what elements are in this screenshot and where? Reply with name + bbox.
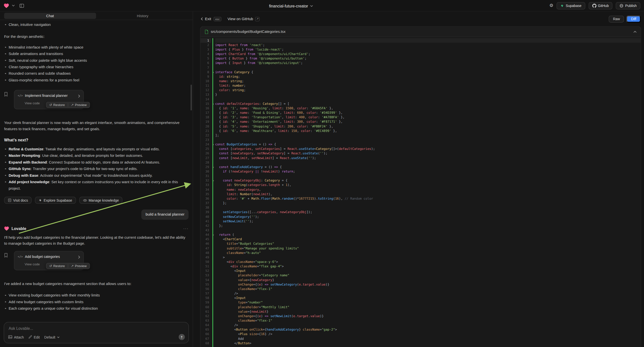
- code-line: ];: [215, 133, 641, 138]
- code-line: { id: '6', name: 'Healthcare', limit: 15…: [215, 128, 641, 133]
- visit-docs-button[interactable]: Visit docs: [4, 197, 32, 204]
- list-item: Rounded corners and subtle shadows: [4, 70, 189, 77]
- line-number: 11: [200, 84, 211, 88]
- line-number: 43: [200, 228, 211, 232]
- code-line: [215, 65, 641, 70]
- gear-icon[interactable]: ⚙: [550, 3, 554, 8]
- line-number: 65: [200, 327, 211, 332]
- line-number: 60: [200, 305, 211, 309]
- code-line: name: newCategory,: [215, 187, 641, 192]
- line-number: 5: [200, 56, 211, 61]
- line-number: 1: [200, 38, 211, 42]
- line-number: 29▾: [200, 165, 211, 169]
- explore-supabase-button[interactable]: Explore Supabase: [35, 197, 76, 204]
- chevron-left-icon: [201, 17, 203, 20]
- line-number: 6: [200, 61, 211, 65]
- bookmark-icon[interactable]: [4, 253, 8, 260]
- code-line: [215, 138, 641, 142]
- user-message: build a financial planner: [142, 210, 188, 220]
- bookmark-icon[interactable]: [4, 92, 8, 98]
- list-item: Minimalist interface with plenty of whit…: [4, 44, 189, 50]
- view-on-github-link[interactable]: View on GitHub ↗: [228, 17, 260, 21]
- mode-selector[interactable]: Default: [44, 335, 60, 339]
- project-switcher[interactable]: financial-future-creator: [269, 0, 313, 12]
- topbar-left: [4, 3, 24, 8]
- code-line: <ChartCard: [215, 237, 641, 242]
- chat-scrollbar[interactable]: [191, 85, 192, 110]
- esc-key-badge: esc: [214, 17, 221, 21]
- tab-history[interactable]: History: [97, 13, 189, 19]
- code-line: <Plus size={16} />: [215, 332, 641, 336]
- line-number: 55: [200, 282, 211, 287]
- restore-label: Restore: [53, 102, 65, 108]
- list-item: Glass-morphic elements for a premium fee…: [4, 77, 189, 84]
- code-line: import React from 'react';: [215, 43, 641, 47]
- assistant-header: Lovable ···: [4, 226, 189, 232]
- edit-card-title: Implement financial planner: [25, 93, 76, 99]
- exit-button[interactable]: Exit: [201, 17, 211, 21]
- file-header[interactable]: src/components/budget/BudgetCategories.t…: [200, 27, 641, 37]
- chat-input-placeholder: Ask Lovable...: [9, 326, 184, 330]
- code-line: value={newCategory}: [215, 278, 641, 282]
- send-button[interactable]: ↑: [179, 334, 185, 340]
- code-line: <Input: [215, 268, 641, 273]
- more-options-icon[interactable]: ···: [183, 226, 188, 232]
- chevron-up-icon[interactable]: [633, 30, 636, 32]
- manage-knowledge-button[interactable]: Manage knowledge: [79, 197, 122, 204]
- external-link-icon: ↗: [255, 17, 260, 21]
- line-number: 39: [200, 210, 211, 214]
- code-line: subtitle="Manage your spending limits": [215, 246, 641, 250]
- line-number: 25: [200, 146, 211, 151]
- line-number: 27: [200, 156, 211, 160]
- tab-chat[interactable]: Chat: [4, 13, 96, 19]
- code-editor: 12345678▾9101112131415▾16171819202122232…: [200, 37, 641, 347]
- line-number: 15▾: [200, 102, 211, 106]
- github-button[interactable]: GitHub: [588, 2, 612, 9]
- line-number: 44▾: [200, 232, 211, 237]
- assistant-paragraph: Your sleek financial planner is now read…: [4, 120, 189, 132]
- restore-icon: ↺: [49, 263, 52, 269]
- line-number: 52: [200, 268, 211, 273]
- restore-button[interactable]: ↺ Restore: [46, 102, 68, 108]
- card-actions: ↺ Restore ↗ Preview: [46, 263, 90, 269]
- code-line: { id: '4', name: 'Entertainment', limit:…: [215, 120, 641, 124]
- line-number: 41: [200, 219, 211, 223]
- chevron-down-icon[interactable]: [12, 4, 15, 6]
- supabase-button[interactable]: Supabase: [556, 2, 585, 9]
- preview-button[interactable]: ↗ Preview: [68, 102, 89, 108]
- mode-label: Default: [44, 335, 55, 339]
- line-number: 45: [200, 237, 211, 242]
- chat-messages: Clean, intuitive navigation For the desi…: [0, 20, 193, 322]
- code-line: onChange={(e) => setNewCategory(e.target…: [215, 282, 641, 287]
- line-number: 30: [200, 169, 211, 174]
- composer-toolbar: Attach Edit Default ↑: [8, 334, 185, 340]
- code-icon: </>: [18, 93, 23, 99]
- line-number: 24▾: [200, 142, 211, 146]
- publish-button[interactable]: Publish: [616, 2, 640, 9]
- next-steps-list: Refine & Customize: Tweak the design, an…: [4, 146, 189, 192]
- attach-button[interactable]: Attach: [8, 335, 24, 339]
- chat-input[interactable]: Ask Lovable... Attach Edit: [4, 322, 189, 344]
- preview-button[interactable]: ↗ Preview: [68, 263, 89, 269]
- line-number: 57: [200, 291, 211, 296]
- diff-toggle-button[interactable]: Diff: [626, 16, 641, 22]
- line-number: 3: [200, 47, 211, 52]
- sidebar-toggle-icon[interactable]: [20, 3, 24, 8]
- supabase-icon: [560, 4, 564, 8]
- line-number: 56: [200, 287, 211, 291]
- raw-toggle-button[interactable]: Raw: [609, 16, 624, 22]
- line-number: 13: [200, 92, 211, 97]
- diff-added-indicator: [212, 38, 213, 347]
- code-line: const [newLimit, setNewLimit] = React.us…: [215, 156, 641, 160]
- restore-button[interactable]: ↺ Restore: [46, 263, 68, 269]
- supabase-icon: [38, 198, 42, 202]
- chevron-down-icon: [57, 336, 60, 338]
- chevron-down-icon: [310, 5, 313, 7]
- edit-mode-button[interactable]: Edit: [28, 335, 40, 339]
- line-number: 22: [200, 133, 211, 138]
- lovable-heart-icon[interactable]: [4, 3, 9, 8]
- code-line: const handleAddCategory = () => {: [215, 165, 641, 169]
- line-number: 50: [200, 260, 211, 264]
- code-line: import { Plus } from 'lucide-react';: [215, 47, 641, 52]
- line-number: 19: [200, 120, 211, 124]
